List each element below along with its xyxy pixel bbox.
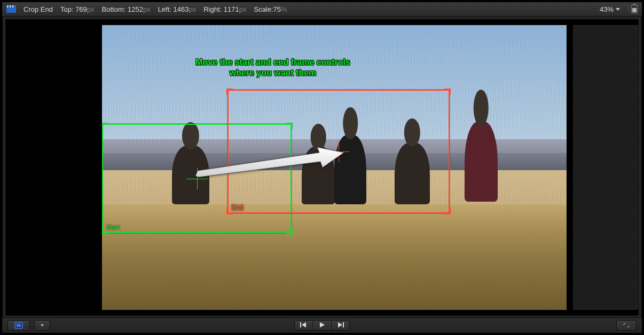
previous-frame-button[interactable] — [294, 320, 313, 331]
crop-top-value: 769 — [75, 5, 87, 13]
svg-rect-8 — [300, 322, 301, 328]
illustration-person — [465, 122, 498, 202]
crop-toolbar: Crop End Top: 769px Bottom: 1252px Left:… — [2, 2, 642, 17]
crop-start-handle-br[interactable] — [286, 228, 293, 234]
crop-left-readout[interactable]: Left: 1463px — [158, 5, 197, 13]
viewer-stage: Move the start and end frame controls wh… — [5, 19, 639, 316]
next-frame-button[interactable] — [332, 320, 350, 331]
view-scale-value: 43% — [600, 5, 614, 13]
transport-controls — [294, 320, 350, 331]
crop-end-handle-br[interactable] — [444, 208, 451, 214]
skip-forward-icon — [337, 321, 344, 330]
chevron-down-icon — [616, 8, 620, 11]
filmstrip-thumb[interactable] — [573, 262, 638, 286]
video-canvas[interactable]: Move the start and end frame controls wh… — [102, 25, 567, 310]
svg-rect-0 — [6, 7, 16, 13]
skip-back-icon — [300, 321, 307, 330]
svg-marker-13 — [623, 323, 625, 325]
filmstrip-thumb[interactable] — [573, 73, 638, 97]
svg-marker-14 — [627, 326, 630, 328]
crop-start-handle-tl[interactable] — [102, 123, 107, 129]
crop-start-label: Start — [105, 224, 121, 231]
filmstrip-thumb[interactable] — [573, 215, 638, 239]
help-annotation-line1: Move the start and end frame controls — [166, 57, 380, 68]
crop-bottom-unit: px — [143, 5, 151, 13]
crop-right-value: 1171 — [224, 5, 239, 13]
effects-icon — [14, 322, 23, 329]
fullscreen-icon — [623, 322, 630, 329]
app-clapperboard-icon — [6, 5, 16, 13]
viewer-bottombar — [2, 317, 642, 333]
crop-end-handle-tl[interactable] — [226, 89, 233, 95]
filmstrip-thumb[interactable] — [573, 239, 638, 263]
filmstrip-thumb[interactable] — [573, 97, 638, 121]
crop-left-unit: px — [189, 5, 196, 13]
filmstrip-thumb[interactable] — [573, 286, 638, 310]
crop-end-handle-tr[interactable] — [444, 89, 451, 95]
svg-rect-7 — [17, 324, 21, 327]
chevron-down-icon — [41, 324, 44, 326]
filmstrip-panel[interactable] — [573, 25, 638, 310]
filmstrip-thumb[interactable] — [573, 144, 638, 168]
crop-right-unit: px — [239, 5, 247, 13]
crop-scale-label: Scale: — [254, 5, 273, 13]
filmstrip-thumb[interactable] — [573, 168, 638, 192]
filmstrip-thumb[interactable] — [573, 120, 638, 144]
crop-bottom-value: 1252 — [128, 5, 143, 13]
filmstrip-thumb[interactable] — [573, 192, 638, 216]
filmstrip-thumb[interactable] — [573, 49, 638, 73]
crosshair-icon — [328, 141, 349, 162]
crop-end-frame[interactable]: End — [227, 90, 450, 213]
crop-left-value: 1463 — [174, 5, 189, 13]
crop-scale-value: 75 — [273, 5, 281, 13]
fullscreen-button[interactable] — [616, 320, 637, 331]
crop-top-label: Top: — [60, 5, 74, 13]
crop-scale-readout[interactable]: Scale:75% — [254, 5, 287, 13]
viewer-window: Crop End Top: 769px Bottom: 1252px Left:… — [2, 2, 642, 333]
effects-button[interactable] — [7, 320, 30, 331]
help-annotation-line2: where you want them — [166, 68, 380, 78]
crop-top-readout[interactable]: Top: 769px — [60, 5, 95, 13]
help-annotation: Move the start and end frame controls wh… — [166, 57, 380, 78]
effects-menu-button[interactable] — [34, 320, 50, 331]
crop-bottom-readout[interactable]: Bottom: 1252px — [102, 5, 151, 13]
crop-scale-unit: % — [281, 5, 287, 13]
crop-right-readout[interactable]: Right: 1171px — [203, 5, 246, 13]
svg-marker-11 — [338, 322, 342, 328]
svg-marker-9 — [302, 322, 306, 328]
crop-end-label: End — [231, 204, 244, 211]
svg-marker-10 — [320, 322, 325, 328]
filmstrip-thumb[interactable] — [573, 25, 638, 49]
svg-rect-12 — [343, 322, 344, 328]
crop-top-unit: px — [87, 5, 95, 13]
crop-mode-label[interactable]: Crop End — [23, 5, 53, 13]
crop-right-label: Right: — [203, 5, 222, 13]
play-button[interactable] — [313, 320, 332, 331]
crop-bottom-label: Bottom: — [102, 5, 126, 13]
crop-left-label: Left: — [158, 5, 171, 13]
view-scale-dropdown[interactable]: 43% — [600, 5, 620, 13]
battery-status-icon — [627, 5, 638, 13]
crosshair-icon — [186, 168, 208, 189]
play-icon — [318, 321, 326, 330]
